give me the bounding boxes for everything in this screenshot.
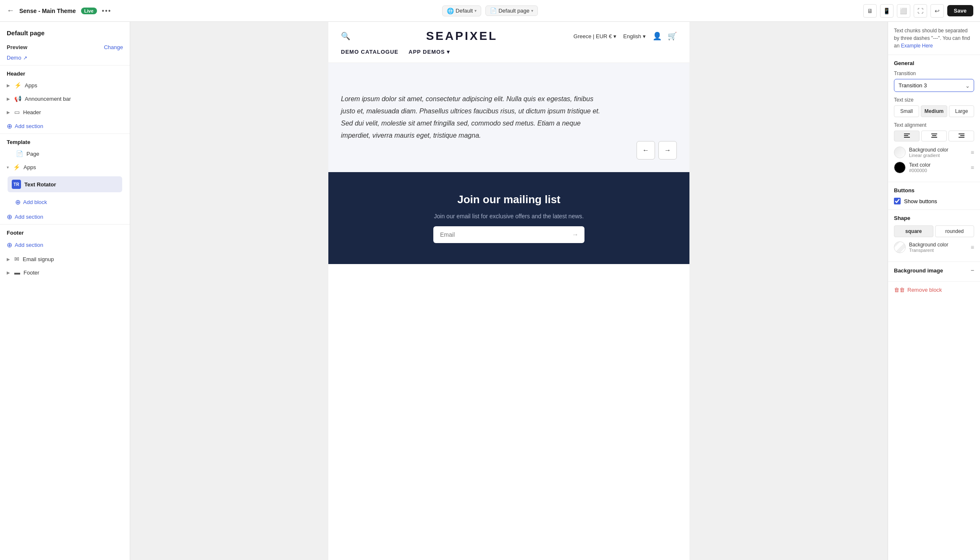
sidebar-item-email-signup[interactable]: ▶ ✉ Email signup [0, 252, 130, 266]
announcement-icon: 📢 [14, 95, 21, 102]
canvas-inner: 🔍 SEAPIXEL Greece | EUR € ▾ English ▾ 👤 [328, 22, 689, 560]
text-size-large-button[interactable]: Large [949, 105, 974, 117]
undo-button[interactable]: ↩ [930, 4, 944, 18]
chevron-down-icon: ▾ [474, 8, 477, 13]
btn-bg-color-label: Background color [909, 242, 948, 248]
btn-bg-color-swatch[interactable] [894, 241, 906, 253]
add-block-button[interactable]: ⊕ Add block [0, 195, 130, 209]
collapse-icon[interactable]: − [971, 267, 974, 274]
demo-catalogue-link[interactable]: DEMO CATALOGUE [341, 49, 398, 55]
rotator-next-button[interactable]: → [658, 141, 677, 160]
tablet-view-button[interactable]: ⬜ [897, 4, 910, 18]
transition-select-wrapper: Transition 1 Transition 2 Transition 3 T… [894, 79, 974, 92]
add-section-button-3[interactable]: ⊕ Add section [0, 238, 130, 252]
sidebar-item-footer[interactable]: ▶ ▬ Footer [0, 266, 130, 279]
shape-rounded-button[interactable]: rounded [935, 225, 975, 237]
bg-image-label: Background image − [894, 267, 974, 274]
sidebar-item-text-rotator[interactable]: TR Text Rotator [8, 176, 122, 192]
preview-label: Preview [7, 44, 27, 50]
add-block-label: Add block [23, 199, 47, 205]
plus-icon: ⊕ [7, 122, 12, 130]
bg-color-label: Background color [909, 147, 948, 153]
shape-square-button[interactable]: square [894, 225, 933, 237]
apps-icon: ⚡ [13, 164, 20, 170]
sidebar-page-title: Default page [7, 29, 123, 37]
header-group-label: Header [0, 65, 130, 79]
plus-icon: ⊕ [7, 213, 12, 221]
sidebar: Default page Preview Change Demo ↗ Heade… [0, 22, 130, 560]
rotator-prev-button[interactable]: ← [637, 141, 655, 160]
align-center-icon [931, 133, 937, 139]
demo-link[interactable]: Demo [7, 55, 21, 61]
text-size-small-button[interactable]: Small [894, 105, 919, 117]
add-section-button-1[interactable]: ⊕ Add section [0, 119, 130, 133]
top-bar-center: 🌐 Default ▾ 📄 Default page ▾ [329, 5, 651, 16]
store-header: 🔍 SEAPIXEL Greece | EUR € ▾ English ▾ 👤 [328, 22, 689, 63]
sidebar-item-label: Email signup [23, 256, 54, 262]
submit-arrow-icon[interactable]: → [566, 227, 584, 243]
color-edit-icon[interactable]: ≡ [971, 149, 974, 156]
header-icon: ▭ [14, 109, 20, 115]
sidebar-item-apps-2[interactable]: ▾ ⚡ Apps [0, 160, 130, 174]
sidebar-item-label: Apps [24, 164, 36, 170]
show-buttons-label: Show buttons [904, 198, 937, 204]
svg-rect-0 [904, 133, 910, 134]
align-right-button[interactable] [949, 131, 974, 141]
apps-icon: ⚡ [14, 82, 21, 89]
remove-block-button[interactable]: 🗑 Remove block [888, 282, 980, 298]
bg-color-swatch[interactable] [894, 147, 906, 158]
default-dropdown-button[interactable]: 🌐 Default ▾ [442, 5, 481, 16]
region-selector[interactable]: Greece | EUR € ▾ [574, 33, 617, 39]
mobile-view-button[interactable]: 📱 [880, 4, 894, 18]
preview-change-button[interactable]: Change [104, 44, 123, 50]
chevron-down-icon: ▾ [7, 165, 9, 170]
app-demos-link[interactable]: APP DEMOS ▾ [409, 49, 450, 55]
email-icon: ✉ [14, 256, 19, 262]
footer-icon: ▬ [14, 269, 20, 276]
sidebar-item-header[interactable]: ▶ ▭ Header [0, 105, 130, 119]
color-edit-icon[interactable]: ≡ [971, 244, 974, 251]
color-edit-icon[interactable]: ≡ [971, 164, 974, 171]
svg-rect-2 [904, 137, 910, 138]
sidebar-item-apps-1[interactable]: ▶ ⚡ Apps [0, 79, 130, 92]
desktop-view-button[interactable]: 🖥 [863, 4, 877, 18]
text-color-swatch[interactable] [894, 162, 906, 173]
footer-group-label: Footer [0, 225, 130, 238]
transition-select[interactable]: Transition 1 Transition 2 Transition 3 T… [894, 79, 974, 92]
top-bar-left: ← Sense - Main Theme Live ••• [7, 6, 329, 15]
sidebar-demo-row: Demo ↗ [0, 54, 130, 65]
sidebar-item-label: Text Rotator [24, 181, 56, 188]
store-search-icon[interactable]: 🔍 [341, 31, 350, 41]
align-center-button[interactable] [921, 131, 947, 141]
email-signup-form: → [433, 226, 584, 243]
user-icon[interactable]: 👤 [652, 31, 662, 41]
sidebar-item-page[interactable]: 📄 Page [0, 147, 130, 160]
cart-icon[interactable]: 🛒 [668, 31, 677, 41]
back-icon[interactable]: ← [7, 6, 14, 15]
show-buttons-checkbox[interactable] [894, 198, 901, 204]
fullscreen-button[interactable]: ⛶ [914, 4, 927, 18]
store-nav-icons: 👤 🛒 [652, 31, 677, 41]
example-link[interactable]: Example Here [901, 43, 933, 49]
sidebar-item-announcement[interactable]: ▶ 📢 Announcement bar [0, 92, 130, 105]
chevron-down-icon: ▾ [613, 33, 616, 39]
general-title: General [894, 60, 974, 66]
more-menu-button[interactable]: ••• [102, 7, 112, 15]
plus-icon: ⊕ [7, 241, 12, 249]
email-input[interactable] [433, 226, 566, 243]
buttons-section: Buttons Show buttons [888, 182, 980, 210]
store-nav-top: 🔍 SEAPIXEL Greece | EUR € ▾ English ▾ 👤 [341, 29, 677, 43]
chevron-right-icon: ▶ [7, 83, 10, 88]
add-section-button-2[interactable]: ⊕ Add section [0, 209, 130, 224]
text-size-medium-button[interactable]: Medium [921, 105, 947, 117]
chevron-right-icon: ▶ [7, 270, 10, 275]
save-button[interactable]: Save [947, 5, 973, 16]
text-color-row: Text color #000000 ≡ [894, 162, 974, 173]
svg-rect-8 [959, 137, 964, 138]
align-right-icon [959, 133, 964, 139]
language-selector[interactable]: English ▾ [623, 33, 646, 39]
region-label: Greece | EUR € [574, 33, 612, 39]
default-page-dropdown-button[interactable]: 📄 Default page ▾ [485, 5, 538, 16]
btn-bg-color-row: Background color Transparent ≡ [894, 241, 974, 253]
align-left-button[interactable] [894, 131, 920, 141]
